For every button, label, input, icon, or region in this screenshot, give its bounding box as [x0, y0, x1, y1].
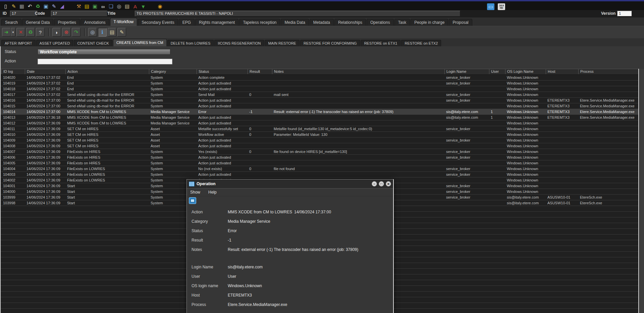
column-header-user[interactable]: User: [489, 69, 505, 74]
refresh-document-icon[interactable]: ♻: [34, 3, 42, 10]
tab-people-in-charge[interactable]: People in charge: [411, 19, 448, 26]
tab-general-data[interactable]: General Data: [22, 19, 53, 26]
tab-t-workflow[interactable]: T-Workflow: [110, 18, 138, 26]
subtab-create-lowres-from-cm[interactable]: CREATE LOWRES from CM: [113, 39, 167, 46]
version-field[interactable]: 1: [617, 11, 632, 16]
operation-dialog-titlebar[interactable]: Operation –□✕: [187, 179, 393, 189]
maximize-button-icon[interactable]: □: [379, 181, 384, 187]
column-header-status[interactable]: Status: [197, 69, 248, 74]
tab-annotations[interactable]: Annotations: [80, 19, 109, 26]
tab-task[interactable]: Task: [394, 19, 410, 26]
tab-properties[interactable]: Properties: [54, 19, 80, 26]
stop-icon[interactable]: ⊗: [62, 28, 71, 37]
tab-proposal[interactable]: Proposal: [449, 19, 472, 26]
notes-icon[interactable]: ✎: [117, 28, 126, 37]
column-header-action[interactable]: Action: [65, 69, 149, 74]
subtab-restore-for-conforming[interactable]: RESTORE FOR CONFORMING: [300, 40, 360, 46]
spellcheck-icon[interactable]: A: [131, 3, 139, 10]
column-header-login-name[interactable]: Login Name: [444, 69, 489, 74]
action-input[interactable]: [38, 59, 172, 64]
table-row[interactable]: 10400714/06/2024 17:36:09FileExists on H…: [1, 149, 644, 155]
tab-tapeless-reception[interactable]: Tapeless reception: [239, 19, 280, 26]
tab-rights-management[interactable]: Rights management: [195, 19, 238, 26]
column-header-result[interactable]: Result: [248, 69, 272, 74]
new-document-icon[interactable]: ▯: [2, 3, 9, 10]
copy-icon[interactable]: ▣: [42, 3, 50, 10]
copy-item-icon[interactable]: ?: [36, 28, 45, 37]
title-field[interactable]: TG PROTESTE PARRUCCHIERI E TASSISTI - NA…: [135, 11, 460, 16]
table-row[interactable]: 10401714/06/2024 17:37:02Send eMail usin…: [1, 92, 644, 98]
menu-show[interactable]: Show: [190, 190, 200, 195]
table-row[interactable]: 10401314/06/2024 17:36:18MMS XCODE from …: [1, 115, 644, 120]
column-header-date[interactable]: Date: [25, 69, 65, 74]
subtab-after-import[interactable]: AFTER IMPORT: [1, 40, 36, 46]
table-row[interactable]: 10401414/06/2024 17:37:00MMS XCODE from …: [1, 109, 644, 115]
tab-relationships[interactable]: Relationships: [334, 19, 366, 26]
table-row[interactable]: 10401914/06/2024 17:37:02EndSystemAction…: [1, 81, 644, 86]
table-row[interactable]: 10401514/06/2024 17:37:00Send eMail usin…: [1, 103, 644, 109]
preview-icon[interactable]: ◎: [115, 3, 123, 10]
table-row[interactable]: 10401014/06/2024 17:36:09SET CM on HIRES…: [1, 132, 644, 138]
archive-icon[interactable]: ▤: [108, 28, 116, 37]
table-row[interactable]: 10400814/06/2024 17:36:09SET CM on HIRES…: [1, 143, 644, 149]
subtab-asset-updated[interactable]: ASSET UPDATED: [36, 40, 73, 46]
cascade-windows-icon[interactable]: ❏: [107, 3, 115, 10]
copy-media-icon[interactable]: ▣: [91, 3, 99, 10]
subtab-iicons-regeneration[interactable]: IICONS REGENERATION: [214, 40, 264, 46]
vertical-scrollbar[interactable]: [638, 69, 644, 313]
tab-operations[interactable]: Operations: [367, 19, 394, 26]
column-header-notes[interactable]: Notes: [272, 69, 444, 74]
column-header-process[interactable]: Process: [578, 69, 638, 74]
close-button-icon[interactable]: ✕: [386, 181, 391, 187]
menu-help[interactable]: Help: [208, 190, 217, 195]
sign-icon[interactable]: ✎: [50, 3, 58, 10]
tab-epg[interactable]: EPG: [179, 19, 195, 26]
id-field[interactable]: 17: [10, 11, 38, 16]
column-header-category[interactable]: Category: [149, 69, 197, 74]
table-row[interactable]: 10400514/06/2024 17:36:09FileExists on H…: [1, 160, 644, 166]
subtab-restore-on-etx1[interactable]: RESTORE on ETX1: [361, 40, 401, 46]
levels-icon[interactable]: ▤: [83, 3, 91, 10]
redo-step-icon[interactable]: ↷: [72, 28, 80, 37]
tab-search[interactable]: Search: [1, 19, 21, 26]
half-phase-icon[interactable]: ◗: [52, 28, 61, 37]
color-wheel-icon[interactable]: ◉: [156, 3, 164, 10]
table-row[interactable]: 10400414/06/2024 17:36:09FileExists on L…: [1, 166, 644, 172]
table-row[interactable]: 10401114/06/2024 17:36:09SET CM on HIRES…: [1, 126, 644, 132]
column-header-id-log[interactable]: ID log: [1, 69, 25, 74]
info-icon[interactable]: ℹ: [98, 28, 107, 37]
column-header-host[interactable]: Host: [546, 69, 578, 74]
aspect-16-9-hd-icon[interactable]: 16:9 HD: [498, 3, 505, 10]
table-row[interactable]: 10400914/06/2024 17:36:09SET CM on HIRES…: [1, 138, 644, 143]
code-field[interactable]: 17: [51, 11, 107, 16]
subtab-content-check[interactable]: CONTENT CHECK: [74, 40, 112, 46]
minimize-button-icon[interactable]: –: [372, 181, 377, 187]
table-row[interactable]: 10401214/06/2024 17:36:09MMS XCODE from …: [1, 120, 644, 126]
binoculars-search-icon[interactable]: ∞: [99, 3, 107, 10]
column-header-os-login-name[interactable]: OS Login Name: [505, 69, 546, 74]
subtab-delete-from-lowres[interactable]: DELETE from LOWRES: [167, 40, 214, 46]
log-book-icon[interactable]: ▤: [123, 3, 131, 10]
table-row[interactable]: 10401614/06/2024 17:37:00Send eMail usin…: [1, 98, 644, 103]
search-window-icon[interactable]: ◎: [88, 28, 97, 37]
tab-metadata[interactable]: Metadata: [310, 19, 334, 26]
delete-workflow-icon[interactable]: ✕: [16, 28, 25, 37]
brush-icon[interactable]: ◢: [58, 3, 66, 10]
table-row[interactable]: 10400314/06/2024 17:36:09FileExists on L…: [1, 172, 644, 177]
table-row[interactable]: 10400614/06/2024 17:36:09FileExists on H…: [1, 155, 644, 160]
edit-document-icon[interactable]: ✎: [10, 3, 17, 10]
table-row[interactable]: 10401814/06/2024 17:37:02EndSystemAction…: [1, 86, 644, 92]
monitor-icon[interactable]: ▭: [487, 3, 494, 10]
tab-secondary-events[interactable]: Secondary Events: [138, 19, 178, 26]
save-icon[interactable]: ▦: [18, 3, 25, 10]
refresh-item-icon[interactable]: ♻: [26, 28, 35, 37]
import-workflow-icon[interactable]: ➜: [2, 28, 11, 37]
subtab-restore-on-etx2[interactable]: RESTORE on ETX2: [401, 40, 441, 46]
tab-media-data[interactable]: Media Data: [281, 19, 309, 26]
magic-tool-icon[interactable]: ⚒: [75, 3, 83, 10]
table-row[interactable]: 10402014/06/2024 17:37:02EndSystemAction…: [1, 75, 644, 81]
undo-icon[interactable]: ↶: [26, 3, 34, 10]
subtab-main-restore[interactable]: MAIN RESTORE: [265, 40, 300, 46]
operation-detail-icon[interactable]: [189, 197, 196, 204]
publish-icon[interactable]: ▼: [140, 3, 147, 10]
